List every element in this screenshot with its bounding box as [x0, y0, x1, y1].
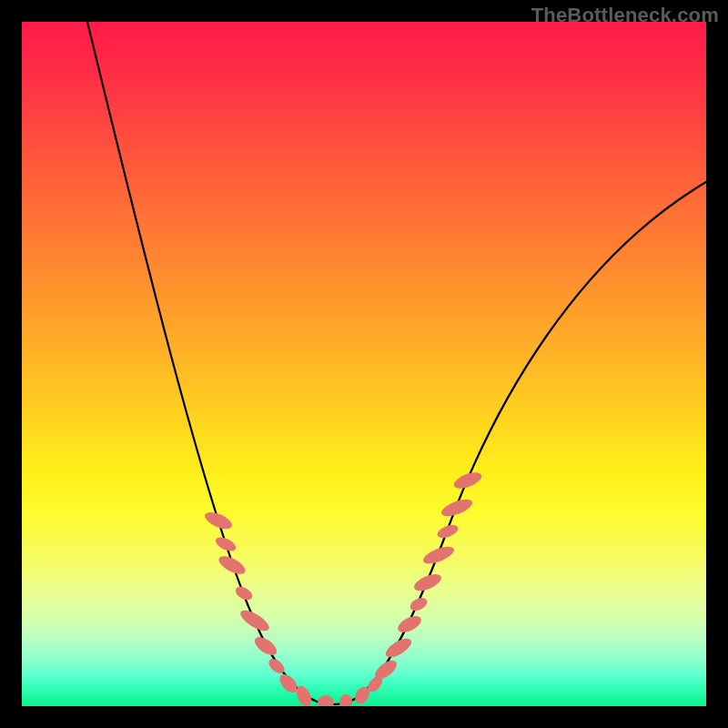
bead: [395, 612, 423, 636]
bottleneck-curve: [87, 22, 706, 704]
bead: [421, 543, 457, 567]
bead: [203, 509, 235, 532]
bead: [440, 496, 475, 520]
bead: [317, 694, 335, 706]
bead: [408, 595, 429, 613]
beads-left-group: [203, 509, 354, 706]
chart-frame: TheBottleneck.com: [0, 0, 728, 728]
beads-right-group: [352, 470, 484, 706]
bead: [383, 635, 415, 662]
bead: [214, 534, 238, 553]
bead: [238, 607, 272, 635]
chart-plot-area: [22, 22, 706, 706]
chart-overlay-svg: [22, 22, 706, 706]
bead: [452, 470, 484, 492]
bead: [339, 693, 354, 706]
bead: [412, 571, 444, 594]
bead: [233, 584, 254, 602]
bead: [252, 633, 280, 659]
bead: [217, 552, 248, 577]
bead: [436, 522, 460, 541]
